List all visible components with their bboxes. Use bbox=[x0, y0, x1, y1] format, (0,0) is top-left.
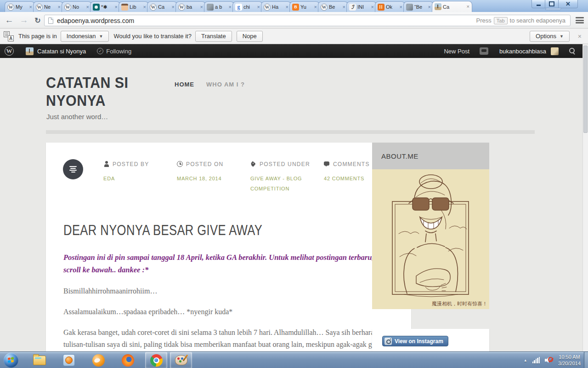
screen: WMy×WNe×WNo×*✱×Lib×WCa×Wba×a b×gchi×WHa×… bbox=[0, 0, 588, 368]
close-window-button[interactable]: ✕ bbox=[559, 0, 578, 8]
browser-tab[interactable]: “Be× bbox=[403, 1, 434, 12]
explorer-folder-icon bbox=[33, 356, 46, 365]
browser-tab[interactable]: *✱× bbox=[90, 1, 120, 12]
page-icon bbox=[48, 17, 53, 24]
show-desktop-button[interactable] bbox=[584, 352, 588, 368]
browser-tab[interactable]: WNo× bbox=[62, 1, 92, 12]
admin-site-name[interactable]: Catatan si Nyonya bbox=[37, 48, 86, 55]
tab-title: No bbox=[73, 4, 85, 10]
tray-expand-icon[interactable]: ▲ bbox=[524, 358, 527, 362]
tab-close-icon[interactable]: × bbox=[257, 5, 260, 10]
browser-tab[interactable]: gchi× bbox=[232, 1, 263, 12]
tab-title: INI bbox=[357, 4, 370, 10]
tab-close-icon[interactable]: × bbox=[371, 5, 374, 10]
wordpress-logo-icon[interactable]: W bbox=[5, 46, 14, 56]
comment-bubble-icon bbox=[324, 161, 330, 167]
taskbar-paint-button[interactable] bbox=[170, 352, 192, 368]
page-scrollbar[interactable] bbox=[582, 44, 588, 351]
search-icon[interactable] bbox=[569, 47, 576, 55]
browser-tab[interactable]: WNe× bbox=[33, 1, 63, 12]
reload-button[interactable]: ↻ bbox=[31, 14, 44, 27]
restore-button[interactable] bbox=[545, 0, 559, 8]
tab-close-icon[interactable]: × bbox=[400, 5, 402, 10]
tab-close-icon[interactable]: × bbox=[314, 5, 317, 10]
notifications-icon[interactable] bbox=[480, 47, 488, 55]
tab-title: ba bbox=[187, 4, 199, 10]
about-me-caricature-image[interactable]: 魔漫相机，时时有惊喜！ bbox=[372, 169, 489, 309]
blog-title[interactable]: CATATAN SI NYONYA bbox=[46, 74, 181, 109]
options-dropdown[interactable]: Options ▼ bbox=[530, 31, 570, 42]
posted-on-meta: POSTED ON MARCH 18, 2014 bbox=[177, 161, 223, 184]
taskbar-explorer-button[interactable] bbox=[28, 352, 51, 368]
minimize-button[interactable] bbox=[531, 0, 545, 8]
comments-link[interactable]: 42 COMMENTS bbox=[324, 173, 370, 184]
back-button[interactable]: ← bbox=[3, 14, 16, 27]
tab-title: My bbox=[16, 4, 28, 10]
following-label[interactable]: Following bbox=[106, 48, 131, 55]
admin-username[interactable]: bukanbocahbiasa bbox=[499, 48, 546, 55]
hint-pre: Press bbox=[476, 17, 492, 24]
volume-muted-icon[interactable] bbox=[545, 356, 553, 364]
browser-tab[interactable]: WCa× bbox=[147, 1, 177, 12]
tab-close-icon[interactable]: × bbox=[29, 5, 32, 10]
browser-tab[interactable]: Ok× bbox=[375, 1, 405, 12]
tab-close-icon[interactable]: × bbox=[343, 5, 345, 10]
browser-tab[interactable]: Ca× bbox=[432, 1, 472, 12]
new-post-link[interactable]: New Post bbox=[444, 48, 469, 55]
posted-under-link[interactable]: GIVE AWAY - BLOG COMPETITION bbox=[250, 173, 310, 194]
forward-button[interactable]: → bbox=[17, 14, 30, 27]
tab-close-icon[interactable]: × bbox=[86, 5, 89, 10]
nope-button[interactable]: Nope bbox=[237, 31, 263, 42]
browser-tab[interactable]: ℐINI× bbox=[346, 1, 377, 12]
taskbar-media-player-button[interactable] bbox=[58, 352, 80, 368]
post-paragraph: Gak kerasa banget, udah coret-coret di s… bbox=[63, 327, 392, 351]
post-paragraph: Bismillahhirrohmaanirrohiim… bbox=[63, 285, 392, 297]
language-dropdown[interactable]: Indonesian ▼ bbox=[61, 31, 109, 42]
avatar[interactable] bbox=[551, 47, 559, 55]
posted-by-link[interactable]: EDA bbox=[103, 173, 149, 184]
tab-close-icon[interactable]: × bbox=[58, 5, 61, 10]
wordpress-favicon: W bbox=[321, 4, 328, 11]
post-card: POSTED BY EDA POSTED ON MARCH 18, 2014 P… bbox=[46, 143, 411, 351]
tab-close-icon[interactable]: × bbox=[286, 5, 288, 10]
browser-tab[interactable]: BYu× bbox=[289, 1, 320, 12]
post-format-icon[interactable] bbox=[63, 159, 83, 179]
tab-close-icon[interactable]: × bbox=[143, 5, 146, 10]
nav-item-home[interactable]: HOME bbox=[175, 81, 194, 88]
taskbar-firefox-button[interactable] bbox=[117, 352, 139, 368]
browser-tab[interactable]: WHa× bbox=[261, 1, 291, 12]
posted-on-link[interactable]: MARCH 18, 2014 bbox=[177, 173, 223, 184]
photo-favicon bbox=[406, 4, 413, 11]
scrollbar-thumb[interactable] bbox=[583, 46, 588, 133]
taskbar-gom-player-button[interactable] bbox=[87, 352, 109, 368]
tab-close-icon[interactable]: × bbox=[172, 5, 175, 10]
browser-tab[interactable]: WMy× bbox=[5, 1, 35, 12]
address-bar[interactable]: edapoenya.wordpress.com Press Tab to sea… bbox=[44, 15, 571, 26]
tab-close-icon[interactable]: × bbox=[467, 4, 469, 9]
tab-close-icon[interactable]: × bbox=[229, 5, 232, 10]
chrome-menu-icon[interactable] bbox=[575, 16, 584, 24]
browser-tab[interactable]: a b× bbox=[204, 1, 234, 12]
translate-button[interactable]: Translate bbox=[195, 31, 232, 42]
view-on-instagram-button[interactable]: View on Instagram bbox=[382, 336, 448, 346]
photo-favicon bbox=[207, 4, 214, 11]
tab-close-icon[interactable]: × bbox=[200, 5, 203, 10]
browser-tab[interactable]: Wba× bbox=[175, 1, 206, 12]
tab-close-icon[interactable]: × bbox=[428, 5, 431, 10]
close-translate-bar-icon[interactable]: × bbox=[578, 33, 582, 40]
taskbar-chrome-button[interactable] bbox=[145, 352, 167, 368]
nav-item-who-am-i[interactable]: WHO AM I ? bbox=[206, 81, 245, 88]
translate-message-prefix: This page is in bbox=[18, 33, 57, 40]
tab-title: Ca bbox=[443, 4, 465, 10]
post-title[interactable]: DEAR NYONYA BESAR GIVE AWAY bbox=[63, 222, 262, 239]
tab-close-icon[interactable]: × bbox=[115, 5, 118, 10]
tag-icon bbox=[250, 161, 257, 167]
beach-favicon bbox=[435, 3, 441, 10]
url-text[interactable]: edapoenya.wordpress.com bbox=[57, 17, 476, 24]
network-signal-icon[interactable] bbox=[532, 357, 540, 363]
browser-tab[interactable]: WBe× bbox=[318, 1, 348, 12]
browser-tab[interactable]: Lib× bbox=[119, 1, 149, 12]
taskbar-clock[interactable]: 10:50 AM 3/20/2014 bbox=[558, 354, 581, 367]
start-button[interactable] bbox=[4, 353, 18, 368]
google-favicon: g bbox=[235, 4, 242, 11]
